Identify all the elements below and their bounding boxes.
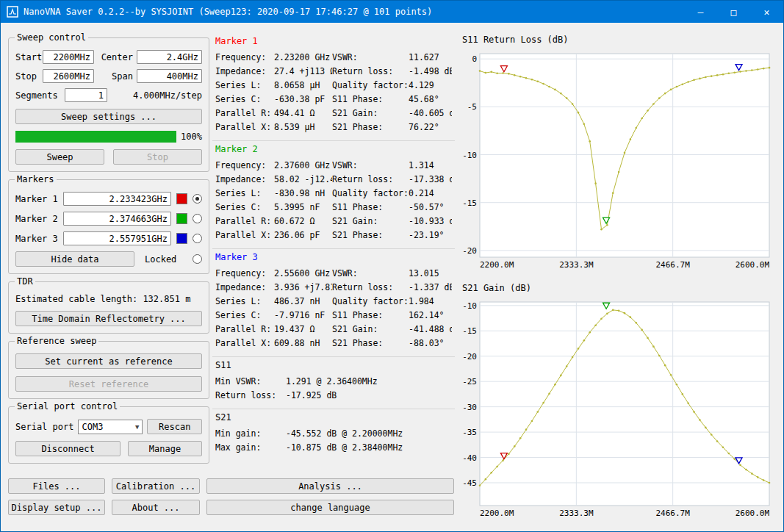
marker1-select-radio[interactable] — [193, 194, 202, 204]
y-tick-label: -5 — [467, 102, 477, 112]
marker3-label: Marker 3 — [15, 234, 58, 244]
minimize-button[interactable]: – — [684, 1, 717, 23]
manage-button[interactable]: Manage — [128, 441, 202, 456]
disconnect-button[interactable]: Disconnect — [15, 441, 121, 456]
data-row: Quality factor:1.984 — [332, 295, 452, 309]
marker3-select-radio[interactable] — [193, 234, 202, 243]
field-label: Parallel X: — [215, 121, 274, 134]
data-row: Parallel R:19.437 Ω — [215, 323, 332, 337]
y-tick-label: -15 — [462, 326, 477, 336]
field-label: Quality factor: — [332, 79, 409, 93]
field-value: -88.03° — [409, 337, 444, 351]
field-value: 11.627 — [409, 51, 439, 65]
window-title: NanoVNA Saver 0.2.2--by SYSJOINT (Sweep1… — [24, 7, 684, 17]
data-row: Impedance:3.936 +j7.81 Ω — [215, 281, 332, 295]
files-button[interactable]: Files ... — [8, 478, 105, 494]
s11-chart-title: S11 Return Loss (dB) — [458, 35, 781, 49]
data-row: Impedance:58.02 -j12.4 Ω — [215, 173, 332, 187]
field-label: Series C: — [215, 309, 274, 323]
start-input[interactable] — [43, 50, 94, 64]
rescan-button[interactable]: Rescan — [147, 419, 202, 434]
bottom-button-bar: Files ... Calibration ... Analysis ... D… — [8, 478, 454, 515]
sweep-settings-button[interactable]: Sweep settings ... — [15, 109, 202, 124]
s11-return-loss-chart[interactable]: S11 Return Loss (dB) 0-5-10-15-202200.0M… — [458, 35, 781, 274]
marker2-color-swatch[interactable] — [176, 213, 187, 224]
field-value: -17.925 dB — [286, 389, 337, 403]
s21-summary-block: S21 Min gain:-45.552 dB @ 2.20000MHzMax … — [212, 409, 455, 461]
calibration-button[interactable]: Calibration ... — [112, 478, 200, 494]
data-row: Max gain:-10.875 dB @ 2.38400MHz — [215, 441, 452, 455]
s21-chart-plot[interactable]: -10-15-20-25-30-35-40-452200.0M2333.3M24… — [458, 298, 781, 522]
field-label: Parallel X: — [215, 229, 274, 242]
serial-group-label: Serial port control — [15, 401, 120, 411]
marker1-color-swatch[interactable] — [176, 193, 187, 204]
center-input[interactable] — [137, 50, 202, 64]
field-value: 5.3995 nF — [274, 201, 320, 215]
sweep-control-group: Sweep control Start Center Stop Span Seg… — [8, 37, 209, 172]
hide-data-button[interactable]: Hide data — [15, 251, 134, 267]
span-label: Span — [98, 71, 133, 82]
field-value: 60.672 Ω — [274, 215, 314, 229]
cable-length-text: Estimated cable length: 132.851 m — [15, 294, 202, 304]
y-tick-label: 0 — [472, 54, 477, 64]
data-row: Parallel X:8.539 µH — [215, 121, 332, 134]
field-label: Impedance: — [215, 281, 274, 295]
field-label: S11 Phase: — [332, 309, 409, 323]
marker1-frequency-input[interactable] — [63, 192, 171, 206]
field-value: -41.488 dB — [409, 323, 452, 337]
display-setup-button[interactable]: Display setup ... — [8, 500, 105, 515]
marker2-frequency-input[interactable] — [63, 212, 171, 226]
data-row: Return loss:-1.337 dB — [332, 281, 452, 295]
segments-row: Segments 4.000MHz/step — [15, 88, 202, 102]
field-value: 1.291 @ 2.36400MHz — [286, 375, 378, 389]
maximize-button[interactable]: □ — [717, 1, 750, 23]
data-row: S21 Phase:76.22° — [332, 121, 452, 134]
field-value: 1.984 — [409, 295, 434, 309]
reset-reference-button[interactable]: Reset reference — [15, 376, 202, 392]
field-value: 2.55600 GHz — [274, 267, 330, 281]
field-value: -830.98 nH — [274, 187, 325, 201]
field-value: -23.19° — [409, 229, 444, 242]
data-row: Parallel R:60.672 Ω — [215, 215, 332, 229]
s21-summary-title: S21 — [215, 412, 452, 423]
field-value: 8.0658 µH — [274, 79, 320, 93]
sweep-button[interactable]: Sweep — [15, 149, 104, 165]
field-value: 45.68° — [409, 93, 439, 107]
data-row: VSWR:1.314 — [332, 159, 452, 173]
x-tick-label: 2200.0M — [480, 508, 514, 518]
field-label: Parallel R: — [215, 107, 274, 121]
stop-input[interactable] — [43, 69, 94, 83]
s21-gain-chart[interactable]: S21 Gain (dB) -10-15-20-25-30-35-40-4522… — [458, 283, 781, 522]
marker3-frequency-input[interactable] — [63, 231, 171, 245]
field-value: 236.06 pF — [274, 229, 320, 242]
span-input[interactable] — [137, 69, 202, 83]
data-row: VSWR:13.015 — [332, 267, 452, 281]
analysis-button[interactable]: Analysis ... — [206, 478, 454, 494]
marker3-color-swatch[interactable] — [176, 233, 187, 244]
serial-port-group: Serial port control Serial port COM3 ▼ R… — [8, 406, 209, 464]
data-row: Series L:-830.98 nH — [215, 187, 332, 201]
change-language-button[interactable]: change language — [206, 500, 454, 515]
tdr-button[interactable]: Time Domain Reflectometry ... — [15, 311, 202, 326]
serial-port-select[interactable]: COM3 ▼ — [78, 420, 143, 434]
about-button[interactable]: About ... — [112, 500, 200, 515]
field-value: 58.02 -j12.4 Ω — [274, 173, 332, 187]
marker2-row: Marker 2 — [15, 212, 202, 226]
marker3-data-block: Marker 3 Frequency:2.55600 GHzImpedance:… — [212, 248, 455, 356]
close-button[interactable]: ✕ — [750, 1, 783, 23]
segments-input[interactable] — [65, 88, 107, 102]
locked-radio[interactable] — [193, 254, 202, 264]
stop-button[interactable]: Stop — [113, 149, 202, 165]
set-reference-button[interactable]: Set current as reference — [15, 353, 202, 369]
marker3-data-title: Marker 3 — [215, 252, 452, 262]
marker1-data-title: Marker 1 — [215, 36, 452, 46]
field-label: Parallel R: — [215, 215, 274, 229]
s11-chart-plot[interactable]: 0-5-10-15-202200.0M2333.3M2466.7M2600.0M — [458, 49, 781, 274]
marker2-select-radio[interactable] — [193, 214, 202, 223]
data-row: S21 Gain:-40.605 dB — [332, 107, 452, 121]
x-tick-label: 2333.3M — [559, 508, 594, 518]
field-label: Frequency: — [215, 51, 274, 65]
field-label: S11 Phase: — [332, 93, 409, 107]
y-tick-label: -30 — [462, 403, 477, 412]
marker-data-panel: Marker 1 Frequency:2.23200 GHzImpedance:… — [212, 33, 455, 461]
